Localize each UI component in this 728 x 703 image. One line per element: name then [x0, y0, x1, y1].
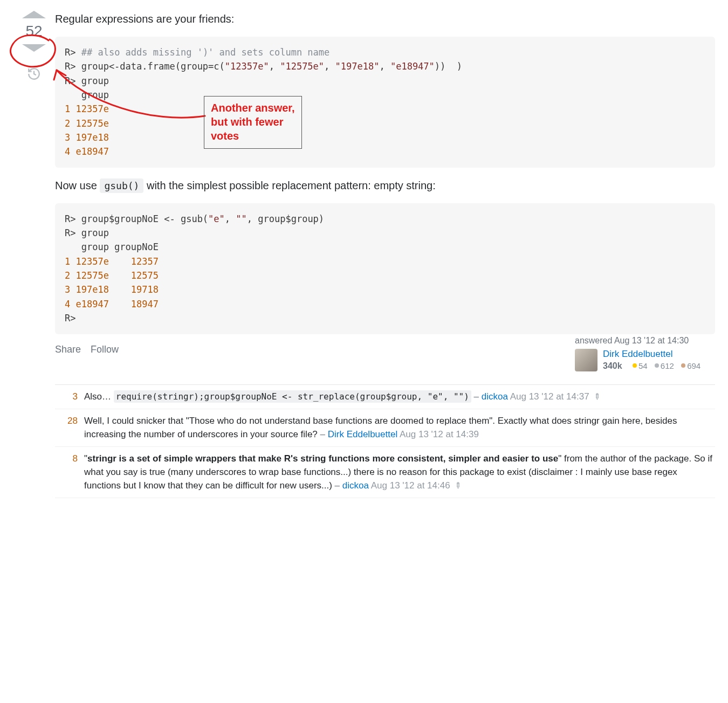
- code-block-1: R> ## also adds missing ')' and sets col…: [55, 37, 715, 168]
- avatar[interactable]: [575, 349, 597, 371]
- user-name-link[interactable]: Dirk Eddelbuettel: [603, 349, 700, 360]
- vote-column: 52: [13, 11, 55, 84]
- follow-link[interactable]: Follow: [91, 344, 119, 355]
- code-block-2: R> group$groupNoE <- gsub("e", "", group…: [55, 203, 715, 334]
- comment-score: 28: [55, 415, 84, 441]
- timeline-icon[interactable]: [27, 67, 41, 84]
- comment-time: Aug 13 '12 at 14:46: [371, 480, 450, 491]
- comments-list: 3 Also… require(stringr);group$groupNoE …: [55, 384, 715, 499]
- vote-score: 52: [25, 22, 42, 41]
- reputation: 340k: [603, 361, 622, 371]
- mid-text: Now use gsub() with the simplest possibl…: [55, 177, 715, 194]
- bronze-badge-icon: [681, 363, 685, 368]
- inline-code-gsub: gsub(): [100, 178, 143, 193]
- comment-row: 28 Well, I could snicker that "Those who…: [55, 409, 715, 447]
- comment-score: 8: [55, 452, 84, 492]
- comment-time: Aug 13 '12 at 14:37: [510, 391, 589, 402]
- edited-icon: ✎: [591, 390, 605, 403]
- upvote-button[interactable]: [22, 11, 46, 18]
- downvote-button[interactable]: [22, 44, 46, 52]
- bronze-badge-count: 694: [687, 361, 700, 370]
- share-link[interactable]: Share: [55, 344, 81, 355]
- user-card: answered Aug 13 '12 at 14:30 Dirk Eddelb…: [575, 336, 715, 371]
- gold-badge-icon: [633, 363, 637, 368]
- comment-row: 3 Also… require(stringr);group$groupNoE …: [55, 385, 715, 410]
- comment-author-link[interactable]: dickoa: [342, 480, 369, 491]
- comment-author-link[interactable]: Dirk Eddelbuettel: [328, 429, 397, 439]
- comment-time: Aug 13 '12 at 14:39: [400, 429, 479, 439]
- comment-score: 3: [55, 390, 84, 404]
- silver-badge-icon: [655, 363, 659, 368]
- intro-text: Regular expressions are your friends:: [55, 11, 715, 27]
- edited-icon: ✎: [452, 479, 465, 492]
- comment-row: 8 "stringr is a set of simple wrappers t…: [55, 447, 715, 498]
- answer-body: Regular expressions are your friends: R>…: [55, 11, 715, 498]
- silver-badge-count: 612: [661, 361, 674, 370]
- comment-author-link[interactable]: dickoa: [482, 391, 508, 402]
- answered-time: answered Aug 13 '12 at 14:30: [575, 336, 715, 346]
- comment-inline-code: require(stringr);group$groupNoE <- str_r…: [114, 390, 471, 403]
- gold-badge-count: 54: [638, 361, 648, 370]
